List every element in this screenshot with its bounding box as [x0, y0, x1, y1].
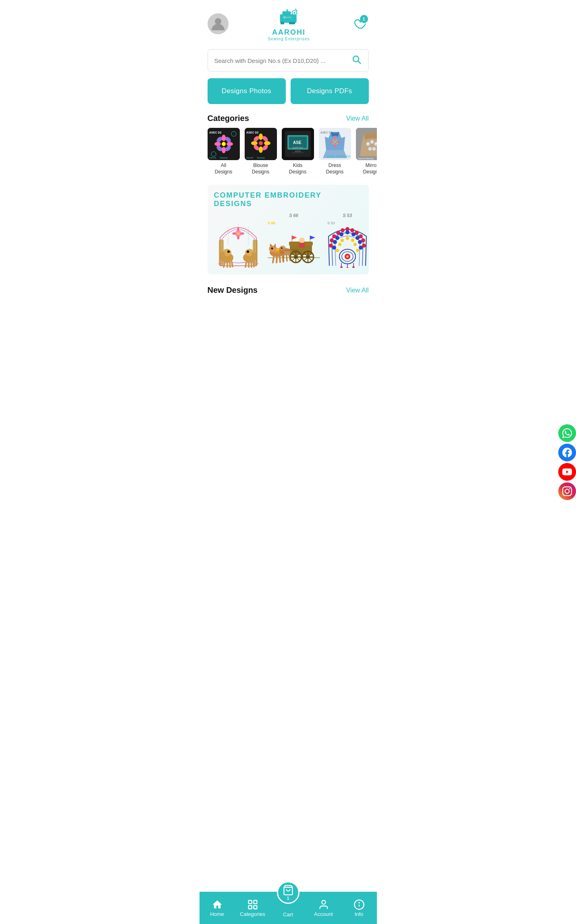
svg-point-11 [296, 10, 297, 11]
svg-point-33 [259, 141, 263, 145]
svg-point-0 [215, 18, 221, 25]
category-thumb-dress: ASEC D4 Aarohi Sewing Ent. [319, 128, 351, 160]
svg-rect-51 [292, 152, 304, 153]
svg-rect-6 [281, 22, 284, 24]
category-label-mirror: MirrorDesigns [363, 163, 377, 175]
svg-line-97 [230, 262, 230, 267]
search-input[interactable] [214, 57, 351, 64]
new-designs-title: New Designs [208, 286, 258, 295]
svg-point-66 [372, 147, 376, 151]
svg-point-178 [351, 239, 354, 242]
designs-photos-button[interactable]: Designs Photos [208, 78, 286, 104]
category-item-kids[interactable]: ASE AAROHI KidsDesigns [282, 128, 314, 175]
svg-point-58 [329, 141, 333, 143]
svg-text:ASEC D2: ASEC D2 [246, 131, 258, 134]
category-thumb-all: ASEC D2 Aarohi Sewing [208, 128, 240, 160]
svg-point-10 [295, 8, 296, 10]
svg-point-35 [259, 146, 263, 153]
svg-point-175 [338, 243, 341, 246]
svg-line-143 [283, 255, 284, 261]
svg-point-37 [264, 141, 270, 145]
svg-point-167 [335, 236, 339, 240]
svg-line-102 [245, 263, 246, 267]
svg-text:ASE: ASE [293, 140, 302, 145]
svg-point-21 [227, 142, 233, 146]
category-item-blouse[interactable]: ASEC D2 Aarohi Sewing BlouseDesigns [245, 128, 277, 175]
new-designs-view-all[interactable]: View All [346, 287, 369, 294]
svg-point-68 [371, 140, 373, 142]
svg-text:Aarohi: Aarohi [209, 156, 216, 159]
category-item-all[interactable]: ASEC D2 Aarohi Sewing AllDesigns [208, 128, 240, 175]
svg-line-135 [273, 257, 274, 263]
search-button[interactable] [351, 54, 362, 67]
designs-pdfs-button[interactable]: Designs PDFs [291, 78, 369, 104]
logo-text: AAROHI [272, 28, 306, 37]
svg-point-108 [237, 227, 239, 232]
svg-point-171 [356, 236, 360, 240]
svg-point-94 [227, 250, 230, 253]
svg-point-190 [352, 266, 355, 268]
svg-point-36 [251, 141, 258, 145]
svg-text:Sewing: Sewing [220, 156, 228, 159]
banner-designs: S 66 [214, 213, 362, 268]
svg-point-188 [346, 267, 349, 268]
design-price-3: S 53 [343, 213, 352, 218]
svg-rect-50 [295, 150, 301, 152]
svg-point-134 [271, 248, 273, 250]
svg-point-111 [240, 232, 244, 235]
svg-point-8 [283, 16, 286, 19]
svg-point-146 [299, 238, 305, 243]
category-item-mirror[interactable]: Aarohi Sewing MirrorDesigns [356, 128, 377, 175]
banner: COMPUTER EMBROIDERY DESIGNS [208, 185, 369, 274]
logo-icon [277, 6, 301, 28]
svg-point-56 [334, 136, 336, 140]
svg-point-69 [375, 142, 377, 144]
banner-design-3: S 53 S 53 [325, 213, 369, 268]
svg-line-95 [224, 263, 225, 267]
wishlist-button[interactable]: 1 [349, 14, 369, 33]
svg-marker-152 [310, 236, 315, 240]
svg-text:Sewing: Sewing [257, 156, 265, 159]
svg-point-57 [334, 144, 336, 148]
svg-point-176 [341, 239, 344, 242]
svg-text:Aarohi Sewing: Aarohi Sewing [358, 157, 374, 160]
svg-point-55 [334, 141, 336, 143]
avatar[interactable] [208, 13, 229, 34]
svg-point-173 [359, 246, 363, 250]
header: AAROHI Sewing Enterprises 1 [200, 0, 377, 46]
new-designs-header: New Designs View All [200, 284, 377, 298]
categories-list: ASEC D2 Aarohi Sewing AllDesigns [200, 128, 377, 181]
svg-text:Aarohi: Aarohi [246, 156, 253, 159]
banner-design-1 [214, 215, 262, 268]
svg-point-180 [356, 249, 359, 252]
svg-point-59 [337, 141, 341, 143]
svg-point-34 [259, 133, 263, 140]
svg-line-13 [358, 61, 361, 64]
svg-marker-150 [292, 236, 297, 240]
svg-point-169 [345, 230, 349, 234]
category-item-dress[interactable]: ASEC D4 Aarohi Sewing Ent. DressDesigns [319, 128, 351, 175]
svg-line-137 [280, 257, 280, 262]
svg-point-142 [281, 247, 283, 249]
svg-text:Aarohi Sewing Ent.: Aarohi Sewing Ent. [327, 155, 351, 158]
svg-text:S 66: S 66 [268, 221, 275, 225]
svg-point-179 [354, 243, 357, 246]
search-box [208, 49, 369, 72]
categories-title: Categories [208, 114, 249, 123]
svg-point-170 [351, 232, 356, 236]
svg-point-18 [222, 135, 226, 141]
categories-view-all[interactable]: View All [346, 115, 369, 122]
svg-text:S 53: S 53 [327, 221, 335, 225]
logo-subtitle: Sewing Enterprises [268, 37, 310, 41]
svg-point-184 [346, 255, 349, 258]
category-label-dress: DressDesigns [326, 163, 343, 175]
svg-point-166 [333, 240, 337, 244]
svg-rect-9 [286, 17, 291, 18]
svg-line-105 [253, 262, 254, 267]
svg-rect-5 [287, 9, 288, 13]
svg-point-174 [336, 249, 339, 252]
svg-point-19 [222, 147, 226, 153]
search-container [200, 46, 377, 78]
svg-rect-1 [280, 14, 296, 23]
svg-rect-147 [299, 243, 305, 248]
